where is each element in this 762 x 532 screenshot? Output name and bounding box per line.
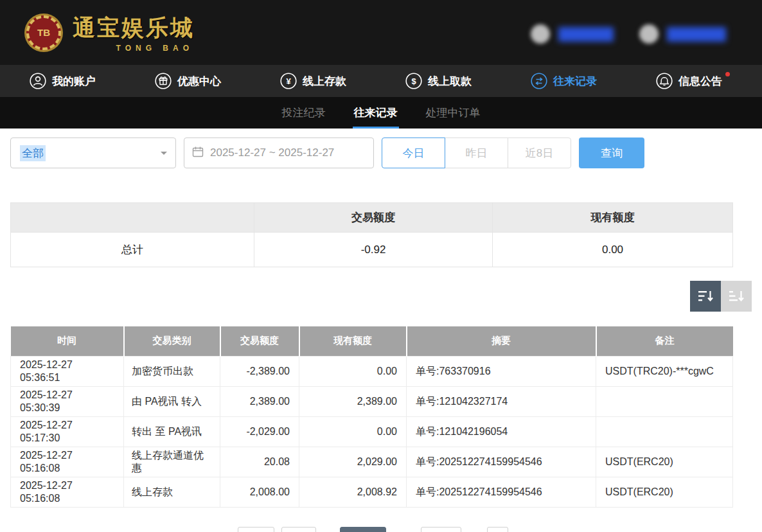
summary-total-label: 总计 xyxy=(11,233,254,267)
yesterday-button[interactable]: 昨日 xyxy=(445,137,508,168)
quick-label: 今日 xyxy=(403,146,425,161)
sort-ascending-icon xyxy=(727,287,745,305)
tab-transaction-records[interactable]: 往来记录 xyxy=(353,97,399,129)
nav-label: 往来记录 xyxy=(553,74,597,89)
pagination-current[interactable] xyxy=(340,527,386,532)
tab-pending-orders[interactable]: 处理中订单 xyxy=(425,97,482,129)
calendar-icon xyxy=(192,146,204,161)
cell-remark: USDT(ERC20) xyxy=(596,477,733,507)
casino-chip-icon: TB xyxy=(26,15,61,50)
chevron-down-icon xyxy=(161,152,167,158)
sort-controls xyxy=(10,281,752,312)
cell-type: 转出 至 PA视讯 xyxy=(124,416,220,447)
deposit-coin-icon: ¥ xyxy=(280,73,297,89)
withdraw-coin-icon: $ xyxy=(405,73,422,89)
date-range-value: 2025-12-27 ~ 2025-12-27 xyxy=(210,146,334,159)
pagination-button[interactable] xyxy=(238,527,274,532)
summary-table: 交易额度 现有额度 总计 -0.92 0.00 xyxy=(10,202,733,267)
category-dropdown-value: 全部 xyxy=(20,145,46,161)
search-button[interactable]: 查询 xyxy=(579,137,644,168)
cell-amount: -2,389.00 xyxy=(220,356,299,386)
table-row: 2025-12-27 05:17:30 转出 至 PA视讯 -2,029.00 … xyxy=(11,416,733,447)
avatar xyxy=(639,24,659,44)
cell-summary: 单号:202512274159954546 xyxy=(407,447,596,477)
cell-type: 加密货币出款 xyxy=(124,356,220,386)
cell-remark: USDT(TRC20)-***cgwC xyxy=(596,356,733,386)
nav-item-deposit[interactable]: ¥ 线上存款 xyxy=(280,73,346,89)
nav-item-announcements[interactable]: 信息公告 xyxy=(656,73,722,89)
chip-text: TB xyxy=(37,27,50,38)
category-dropdown[interactable]: 全部 xyxy=(10,137,176,168)
summary-header-amount: 交易额度 xyxy=(254,203,493,233)
records-table: 时间 交易类别 交易额度 现有额度 摘要 备注 2025-12-27 05:36… xyxy=(10,326,733,508)
gift-icon xyxy=(155,73,172,89)
cell-time: 2025-12-27 05:16:08 xyxy=(11,477,124,507)
brand-text: 通宝娱乐城 TONG BAO xyxy=(73,13,195,53)
redacted-username xyxy=(558,27,614,42)
summary-header-balance: 现有额度 xyxy=(493,203,733,233)
pagination-button[interactable] xyxy=(487,527,508,532)
col-header-summary: 摘要 xyxy=(407,326,596,356)
nav-label: 信息公告 xyxy=(678,74,722,89)
last-8-days-button[interactable]: 近8日 xyxy=(508,137,571,168)
nav-item-withdrawal[interactable]: $ 线上取款 xyxy=(405,73,472,89)
col-header-type: 交易类别 xyxy=(124,326,220,356)
redacted-balance xyxy=(667,27,726,42)
sort-ascending-button[interactable] xyxy=(721,281,752,312)
svg-text:$: $ xyxy=(411,76,416,86)
date-range-picker[interactable]: 2025-12-27 ~ 2025-12-27 xyxy=(184,137,374,168)
cell-remark xyxy=(596,386,733,416)
cell-balance: 2,008.92 xyxy=(299,477,407,507)
brand-subtitle: TONG BAO xyxy=(73,44,195,53)
cell-summary: 单号:763370916 xyxy=(407,356,596,386)
cell-type: 线上存款通道优惠 xyxy=(124,447,220,477)
nav-item-promotions[interactable]: 优惠中心 xyxy=(155,73,221,89)
cell-balance: 0.00 xyxy=(299,416,407,447)
cell-remark: USDT(ERC20) xyxy=(596,447,733,477)
summary-header-row: 交易额度 现有额度 xyxy=(11,203,733,233)
cell-time: 2025-12-27 05:17:30 xyxy=(11,416,124,447)
tab-bet-records[interactable]: 投注纪录 xyxy=(281,97,327,129)
cell-time: 2025-12-27 05:36:51 xyxy=(11,356,124,386)
tab-label: 往来记录 xyxy=(354,105,398,120)
cell-type: 线上存款 xyxy=(124,477,220,507)
col-header-time: 时间 xyxy=(11,326,124,356)
cell-balance: 2,029.00 xyxy=(299,447,407,477)
brand-logo: TB 通宝娱乐城 TONG BAO xyxy=(24,13,195,53)
sort-descending-button[interactable] xyxy=(690,281,721,312)
quick-label: 昨日 xyxy=(466,146,488,161)
nav-item-transaction-records[interactable]: 往来记录 xyxy=(531,73,597,89)
redacted-user-group xyxy=(531,24,614,44)
cell-time: 2025-12-27 05:30:39 xyxy=(11,386,124,416)
quick-label: 近8日 xyxy=(526,146,553,161)
col-header-remark: 备注 xyxy=(596,326,733,356)
summary-total-amount: -0.92 xyxy=(254,233,493,267)
cell-time: 2025-12-27 05:16:08 xyxy=(11,447,124,477)
pagination-button[interactable] xyxy=(281,527,316,532)
bell-icon xyxy=(656,73,673,89)
quick-date-buttons: 今日 昨日 近8日 xyxy=(382,137,571,168)
top-header: TB 通宝娱乐城 TONG BAO xyxy=(0,0,762,65)
summary-header-blank xyxy=(11,203,254,233)
nav-label: 优惠中心 xyxy=(177,74,221,89)
tab-label: 投注纪录 xyxy=(282,105,326,120)
pagination-button[interactable] xyxy=(421,527,461,532)
today-button[interactable]: 今日 xyxy=(382,137,445,168)
table-row: 2025-12-27 05:16:08 线上存款通道优惠 20.08 2,029… xyxy=(11,447,733,477)
col-header-balance: 现有额度 xyxy=(299,326,407,356)
transfer-records-icon xyxy=(531,73,547,89)
cell-summary: 单号:121042327174 xyxy=(407,386,596,416)
nav-item-my-account[interactable]: 我的账户 xyxy=(30,73,96,89)
cell-amount: 2,008.00 xyxy=(220,477,299,507)
page: TB 通宝娱乐城 TONG BAO 我的账户 xyxy=(0,0,762,532)
cell-type: 由 PA视讯 转入 xyxy=(124,386,220,416)
table-row: 2025-12-27 05:16:08 线上存款 2,008.00 2,008.… xyxy=(11,477,733,507)
sub-nav: 投注纪录 往来记录 处理中订单 xyxy=(0,97,762,129)
sort-descending-icon xyxy=(696,287,714,305)
cell-balance: 0.00 xyxy=(299,356,407,386)
svg-text:¥: ¥ xyxy=(286,76,291,86)
main-nav: 我的账户 优惠中心 ¥ 线上存款 xyxy=(0,65,762,97)
nav-label: 线上取款 xyxy=(428,74,472,89)
cell-amount: 2,389.00 xyxy=(220,386,299,416)
summary-total-row: 总计 -0.92 0.00 xyxy=(11,233,733,267)
